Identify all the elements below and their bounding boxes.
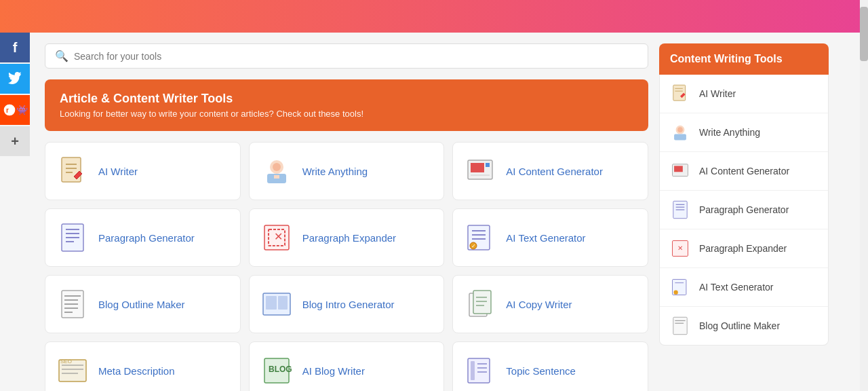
svg-rect-58 xyxy=(674,134,686,141)
search-icon: 🔍 xyxy=(55,50,68,62)
sidebar-label-ai-text-generator: AI Text Generator xyxy=(699,282,773,293)
tool-name-ai-content-generator: AI Content Generator xyxy=(506,166,603,177)
svg-rect-61 xyxy=(674,166,683,172)
tool-icon-write-anything xyxy=(260,155,293,187)
sidebar-icon-write-anything xyxy=(669,122,691,143)
sidebar-icon-ai-writer xyxy=(669,83,691,105)
tool-name-blog-intro-generator: Blog Intro Generator xyxy=(302,299,395,310)
svg-text:SEO: SEO xyxy=(60,358,72,365)
tool-icon-paragraph-expander: ✕ xyxy=(260,221,293,254)
main-layout: 🔍 Article & Content Writer Tools Looking… xyxy=(34,33,868,391)
sidebar-icon-ai-content-generator xyxy=(669,160,691,182)
svg-rect-71 xyxy=(673,317,687,334)
svg-text:BLOG: BLOG xyxy=(269,365,292,374)
svg-point-8 xyxy=(273,163,281,171)
tool-card-ai-content-generator[interactable]: AI Content Generator xyxy=(452,142,648,200)
sidebar-item-write-anything[interactable]: Write Anything xyxy=(660,113,828,152)
svg-text:✕: ✕ xyxy=(274,231,283,242)
tool-icon-ai-writer xyxy=(56,155,89,187)
svg-point-59 xyxy=(677,127,683,132)
social-sidebar: f r 👾 + xyxy=(0,33,30,156)
svg-rect-38 xyxy=(473,291,491,314)
tool-name-paragraph-expander: Paragraph Expander xyxy=(302,232,396,244)
tool-card-paragraph-generator[interactable]: Paragraph Generator xyxy=(45,208,241,267)
tool-card-ai-text-generator[interactable]: ✓ AI Text Generator xyxy=(452,208,648,267)
sidebar-header: Content Writing Tools xyxy=(659,43,829,75)
tool-name-ai-text-generator: AI Text Generator xyxy=(506,232,585,244)
svg-rect-50 xyxy=(471,361,475,380)
hero-banner: Article & Content Writer Tools Looking f… xyxy=(45,79,648,131)
tool-icon-blog-outline-maker xyxy=(56,288,89,320)
tool-name-ai-copy-writer: AI Copy Writer xyxy=(506,299,572,310)
tool-icon-meta-description: SEO xyxy=(56,354,89,387)
sidebar-label-ai-content-generator: AI Content Generator xyxy=(699,166,789,176)
tools-grid: AI Writer Write Anything AI Content Gene… xyxy=(45,142,648,391)
tool-card-meta-description[interactable]: SEO Meta Description xyxy=(45,341,241,391)
tool-card-blog-outline-maker[interactable]: Blog Outline Maker xyxy=(45,275,241,333)
svg-rect-36 xyxy=(278,296,288,310)
sidebar-icon-paragraph-expander: ✕ xyxy=(669,238,691,259)
sidebar-label-write-anything: Write Anything xyxy=(699,127,760,138)
svg-rect-35 xyxy=(266,296,277,310)
svg-text:✓: ✓ xyxy=(471,243,476,249)
tool-name-blog-outline-maker: Blog Outline Maker xyxy=(98,299,185,310)
tool-name-topic-sentence: Topic Sentence xyxy=(506,365,576,377)
content-area: 🔍 Article & Content Writer Tools Looking… xyxy=(45,43,648,391)
scrollbar[interactable] xyxy=(860,0,868,391)
svg-text:✕: ✕ xyxy=(677,244,683,252)
tool-card-blog-intro-generator[interactable]: Blog Intro Generator xyxy=(249,275,445,333)
search-input[interactable] xyxy=(74,51,638,62)
twitter-button[interactable] xyxy=(0,64,30,94)
tool-card-write-anything[interactable]: Write Anything xyxy=(249,142,445,200)
sidebar-label-blog-outline-maker: Blog Outline Maker xyxy=(699,320,780,331)
tool-icon-paragraph-generator xyxy=(56,221,89,254)
facebook-button[interactable]: f xyxy=(0,33,30,62)
hero-title: Article & Content Writer Tools xyxy=(60,92,633,106)
reddit-button[interactable]: r 👾 xyxy=(0,95,30,125)
svg-rect-54 xyxy=(673,85,686,100)
sidebar-item-ai-content-generator[interactable]: AI Content Generator xyxy=(660,152,828,191)
right-sidebar: Content Writing Tools AI Writer Write An… xyxy=(659,43,829,391)
tool-icon-ai-text-generator: ✓ xyxy=(464,221,496,254)
top-gradient-bar xyxy=(0,0,868,33)
sidebar-item-paragraph-generator[interactable]: Paragraph Generator xyxy=(660,191,828,229)
svg-point-0 xyxy=(3,105,15,116)
sidebar-item-ai-text-generator[interactable]: AI Text Generator xyxy=(660,268,828,307)
share-button[interactable]: + xyxy=(0,126,30,156)
tool-icon-ai-blog-writer: BLOG xyxy=(260,354,293,387)
svg-rect-11 xyxy=(471,163,484,172)
scrollbar-thumb[interactable] xyxy=(860,7,868,61)
tool-name-ai-writer: AI Writer xyxy=(98,166,138,177)
tool-name-paragraph-generator: Paragraph Generator xyxy=(98,232,195,244)
sidebar-list: AI Writer Write Anything AI Content Gene… xyxy=(659,75,829,346)
tool-name-meta-description: Meta Description xyxy=(98,365,175,377)
sidebar-icon-paragraph-generator xyxy=(669,199,691,221)
svg-rect-9 xyxy=(274,175,279,179)
sidebar-label-ai-writer: AI Writer xyxy=(699,88,736,99)
sidebar-item-paragraph-expander[interactable]: ✕ Paragraph Expander xyxy=(660,229,828,268)
tool-name-ai-blog-writer: AI Blog Writer xyxy=(302,365,365,377)
svg-text:r: r xyxy=(6,107,9,114)
tool-name-write-anything: Write Anything xyxy=(302,166,368,177)
hero-subtitle: Looking for better way to write your con… xyxy=(60,109,633,119)
tool-icon-blog-intro-generator xyxy=(260,288,293,320)
tool-icon-topic-sentence xyxy=(464,354,496,387)
tool-icon-ai-content-generator xyxy=(464,155,496,187)
tool-card-topic-sentence[interactable]: Topic Sentence xyxy=(452,341,648,391)
sidebar-item-ai-writer[interactable]: AI Writer xyxy=(660,75,828,113)
tool-card-ai-blog-writer[interactable]: BLOG AI Blog Writer xyxy=(249,341,445,391)
sidebar-icon-blog-outline-maker xyxy=(669,315,691,337)
sidebar-icon-ai-text-generator xyxy=(669,276,691,298)
svg-rect-12 xyxy=(486,163,490,167)
tool-icon-ai-copy-writer xyxy=(464,288,496,320)
sidebar-item-blog-outline-maker[interactable]: Blog Outline Maker xyxy=(660,307,828,345)
sidebar-label-paragraph-generator: Paragraph Generator xyxy=(699,204,789,215)
search-bar: 🔍 xyxy=(45,43,648,69)
sidebar-label-paragraph-expander: Paragraph Expander xyxy=(699,243,787,254)
svg-point-70 xyxy=(673,290,677,294)
tool-card-ai-copy-writer[interactable]: AI Copy Writer xyxy=(452,275,648,333)
tool-card-paragraph-expander[interactable]: ✕ Paragraph Expander xyxy=(249,208,445,267)
tool-card-ai-writer[interactable]: AI Writer xyxy=(45,142,241,200)
